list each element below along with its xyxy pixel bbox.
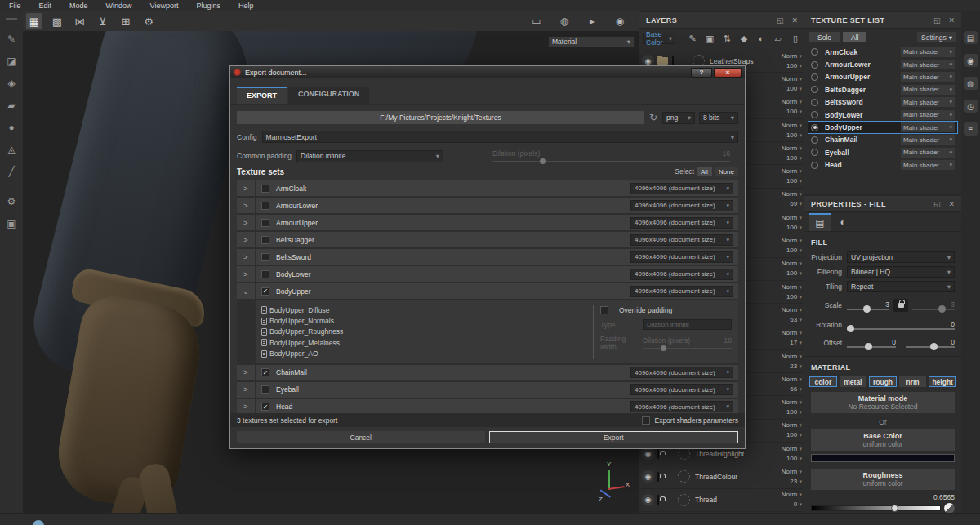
add-effect-icon[interactable]: ✎	[687, 33, 698, 44]
screenshot-icon[interactable]: ◉	[612, 13, 628, 29]
blend-mode-dropdown[interactable]: Norm ▾	[763, 51, 802, 61]
material-tab-icon[interactable]: ◐	[832, 213, 853, 231]
common-padding-dropdown[interactable]: Dilation infinite ▾	[296, 150, 443, 162]
bit-depth-dropdown[interactable]: 8 bits ▾	[699, 112, 738, 124]
slider-knob[interactable]	[891, 505, 898, 512]
tab-configuration[interactable]: CONFIGURATION	[288, 87, 369, 104]
blend-mode-dropdown[interactable]: Norm ▾	[763, 97, 802, 107]
expand-chevron-icon[interactable]: >	[237, 365, 255, 380]
shader-dropdown[interactable]: Main shader▾	[901, 47, 955, 57]
opacity-dropdown[interactable]: 100 ▾	[763, 454, 802, 464]
undock-icon[interactable]: ◱	[933, 200, 941, 208]
menu-item-viewport[interactable]: Viewport	[141, 2, 188, 10]
opacity-dropdown[interactable]: 100 ▾	[763, 246, 802, 256]
texture-set-checkbox[interactable]	[261, 185, 270, 193]
material-picker-icon[interactable]: ╱	[3, 163, 20, 180]
projection-dropdown[interactable]: UV projection ▾	[847, 251, 955, 263]
texture-set-checkbox[interactable]	[261, 236, 270, 244]
close-button[interactable]: x	[714, 68, 742, 78]
size-dropdown[interactable]: 4096x4096 (document size)▾	[630, 286, 733, 297]
expand-chevron-icon[interactable]: >	[237, 382, 255, 398]
brush-icon[interactable]: ✎	[3, 31, 20, 47]
blend-mode-dropdown[interactable]: Norm ▾	[763, 74, 802, 84]
expand-chevron-icon[interactable]: >	[237, 249, 255, 265]
texture-set-item-head[interactable]: HeadMain shader▾	[808, 159, 958, 171]
texture-set-checkbox[interactable]	[261, 253, 270, 261]
settings-dropdown[interactable]: Settings ▾	[917, 32, 956, 42]
texture-set-checkbox[interactable]	[261, 385, 270, 394]
opacity-dropdown[interactable]: 23 ▾	[763, 477, 802, 487]
log-icon[interactable]: ≡	[964, 122, 978, 136]
channel-button-height[interactable]: height	[929, 376, 956, 387]
close-icon[interactable]: ✕	[948, 200, 955, 208]
shader-dropdown[interactable]: Main shader▾	[901, 72, 955, 82]
shader-dropdown[interactable]: Main shader▾	[901, 110, 955, 120]
texture-set-checkbox[interactable]	[261, 270, 270, 278]
layer-thumbnail[interactable]	[657, 473, 674, 481]
texture-set-item-beltsdagger[interactable]: BeltsDaggerMain shader▾	[808, 83, 958, 96]
particles-tool-icon[interactable]: ▩	[49, 13, 65, 29]
opacity-dropdown[interactable]: 100 ▾	[763, 292, 802, 302]
scale-y-slider[interactable]	[912, 309, 955, 310]
opacity-dropdown[interactable]: 66 ▾	[763, 385, 802, 394]
channel-button-color[interactable]: color	[809, 376, 837, 387]
menu-item-window[interactable]: Window	[97, 2, 141, 10]
export-path-field[interactable]: F:/My Pictures/Projects/Knight/Textures	[237, 111, 644, 124]
size-dropdown[interactable]: 4096x4096 (document size)▾	[630, 234, 733, 246]
blend-mode-dropdown[interactable]: Norm ▾	[763, 283, 802, 292]
size-dropdown[interactable]: 4096x4096 (document size)▾	[630, 200, 733, 211]
texture-set-item-beltssword[interactable]: BeltsSwordMain shader▾	[808, 96, 958, 109]
texture-set-radio[interactable]	[811, 86, 818, 93]
blend-mode-dropdown[interactable]: Norm ▾	[763, 444, 802, 454]
layer-thumbnail[interactable]	[657, 496, 674, 504]
smudge-icon[interactable]: ●	[3, 119, 20, 136]
texture-set-radio[interactable]	[811, 73, 818, 81]
blend-mode-dropdown[interactable]: Norm ▾	[763, 328, 802, 338]
add-paint-icon[interactable]: ◆	[738, 33, 750, 44]
shading-mode-dropdown[interactable]: Material ▾	[548, 36, 635, 47]
shader-dropdown[interactable]: Main shader▾	[901, 85, 955, 95]
format-dropdown[interactable]: png ▾	[662, 112, 695, 124]
roughness-button[interactable]: Roughness uniform color	[811, 469, 955, 490]
texture-set-radio[interactable]	[811, 48, 818, 56]
undock-icon[interactable]: ◱	[777, 16, 784, 24]
effects-icon[interactable]: ⚙	[3, 194, 20, 210]
close-icon[interactable]: ✕	[791, 16, 798, 24]
texture-set-radio[interactable]	[811, 111, 818, 118]
size-dropdown[interactable]: 4096x4096 (document size)▾	[630, 269, 733, 280]
roughness-value[interactable]: 0.6565	[804, 493, 961, 501]
shader-dropdown[interactable]: Main shader▾	[901, 97, 955, 107]
visibility-eye-icon[interactable]: ◉	[642, 470, 654, 483]
eraser-icon[interactable]: ◪	[3, 53, 20, 69]
clone-icon[interactable]: ◬	[3, 141, 20, 158]
size-dropdown[interactable]: 4096x4096 (document size)▾	[630, 367, 733, 378]
blend-mode-dropdown[interactable]: Norm ▾	[763, 121, 802, 131]
opacity-dropdown[interactable]: 23 ▾	[763, 362, 802, 372]
blend-mode-dropdown[interactable]: Norm ▾	[763, 467, 802, 477]
blend-mode-dropdown[interactable]: Norm ▾	[763, 213, 802, 223]
blend-mode-dropdown[interactable]: Norm ▾	[763, 398, 802, 407]
blend-mode-dropdown[interactable]: Norm ▾	[763, 144, 802, 153]
texture-set-item-armcloak[interactable]: ArmCloakMain shader▾	[808, 46, 958, 58]
layer-row[interactable]: ◉ThreadNorm ▾0 ▾	[639, 489, 804, 512]
export-button[interactable]: Export	[489, 431, 739, 443]
blend-mode-dropdown[interactable]: Norm ▾	[763, 490, 802, 500]
blend-mode-dropdown[interactable]: Norm ▾	[763, 420, 802, 430]
bake-icon[interactable]: ▣	[3, 216, 20, 232]
camera-panel-icon[interactable]: ◉	[964, 54, 978, 67]
status-notification-icon[interactable]	[33, 520, 44, 525]
display-settings-icon[interactable]: ▤	[964, 31, 978, 44]
rotation-slider[interactable]	[847, 328, 955, 330]
cancel-button[interactable]: Cancel	[237, 431, 485, 443]
visibility-eye-icon[interactable]: ◉	[642, 447, 654, 460]
texture-set-radio[interactable]	[811, 61, 818, 69]
paint-tool-icon[interactable]: ▦	[26, 13, 42, 29]
layer-row[interactable]: ◉ThreadColourNorm ▾23 ▾	[639, 465, 804, 488]
camera-mode-icon[interactable]: ▸	[584, 13, 600, 29]
texture-set-checkbox[interactable]	[261, 202, 270, 210]
size-dropdown[interactable]: 4096x4096 (document size)▾	[630, 251, 733, 263]
texture-set-radio[interactable]	[811, 136, 818, 144]
expand-chevron-icon[interactable]: >	[237, 198, 255, 213]
toolbar-grip[interactable]	[6, 18, 17, 20]
lazy-mouse-icon[interactable]: ⊻	[95, 13, 111, 29]
